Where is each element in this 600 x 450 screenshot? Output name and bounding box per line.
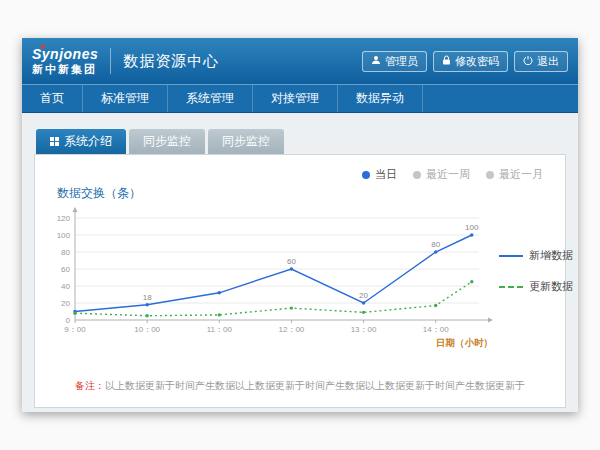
- svg-text:9：00: 9：00: [64, 325, 86, 334]
- legend-item-update-data: 更新数据: [499, 279, 573, 294]
- page-title: 数据资源中心: [123, 52, 219, 71]
- nav-item-system-mgmt[interactable]: 系统管理: [168, 85, 253, 112]
- brand-logo: Synjones 新中新集团: [32, 47, 98, 74]
- filter-last-week-dot-icon: [413, 171, 421, 179]
- logout-button[interactable]: 退出: [514, 51, 568, 72]
- app-header: Synjones 新中新集团 数据资源中心 管理员 修改密码 退出: [22, 38, 578, 84]
- filter-last-month-label: 最近一月: [499, 167, 543, 182]
- filter-today-label: 当日: [375, 167, 397, 182]
- logo-company-text: 新中新集团: [32, 63, 98, 75]
- admin-button-label: 管理员: [385, 54, 418, 69]
- main-nav: 首页 标准管理 系统管理 对接管理 数据异动: [22, 84, 578, 113]
- legend-line-update: [499, 286, 523, 288]
- svg-text:60: 60: [61, 265, 70, 274]
- logout-button-label: 退出: [537, 54, 559, 69]
- svg-text:40: 40: [61, 282, 70, 291]
- nav-item-home[interactable]: 首页: [22, 85, 83, 112]
- footnote-text: 以上数据更新于时间产生数据以上数据更新于时间产生数据以上数据更新于时间产生数据更…: [105, 380, 525, 391]
- chart-panel: 当日 最近一周 最近一月 数据交换（条） 0204060801001209：00…: [34, 154, 566, 408]
- filter-last-month[interactable]: 最近一月: [486, 167, 543, 182]
- app-window: Synjones 新中新集团 数据资源中心 管理员 修改密码 退出: [22, 38, 578, 412]
- svg-text:120: 120: [57, 214, 71, 223]
- y-axis-title: 数据交换（条）: [57, 185, 565, 202]
- power-icon: [523, 55, 533, 67]
- header-divider: [110, 48, 111, 74]
- svg-text:100: 100: [465, 223, 479, 232]
- nav-item-integration-mgmt[interactable]: 对接管理: [253, 85, 338, 112]
- header-actions: 管理员 修改密码 退出: [362, 51, 568, 72]
- svg-text:10：00: 10：00: [134, 325, 160, 334]
- grid-icon: [50, 135, 59, 149]
- chart-row: 0204060801001209：0010：0011：0012：0013：001…: [35, 204, 565, 358]
- svg-text:18: 18: [143, 293, 152, 302]
- filter-last-week[interactable]: 最近一周: [413, 167, 470, 182]
- desktop-background: Synjones 新中新集团 数据资源中心 管理员 修改密码 退出: [0, 0, 600, 450]
- time-filter-legend: 当日 最近一周 最近一月: [362, 167, 543, 182]
- tab-bar: 系统介绍 同步监控 同步监控: [36, 129, 566, 154]
- filter-last-week-label: 最近一周: [426, 167, 470, 182]
- tab-system-intro-label: 系统介绍: [64, 133, 112, 150]
- tab-sync-monitor-2-label: 同步监控: [222, 133, 270, 150]
- svg-text:12：00: 12：00: [279, 325, 305, 334]
- tab-sync-monitor-1[interactable]: 同步监控: [129, 129, 205, 154]
- svg-text:60: 60: [287, 257, 296, 266]
- legend-new-data-label: 新增数据: [529, 248, 573, 263]
- change-password-button[interactable]: 修改密码: [433, 51, 508, 72]
- svg-text:14：00: 14：00: [423, 325, 449, 334]
- filter-last-month-dot-icon: [486, 171, 494, 179]
- footnote-prefix: 备注：: [75, 380, 105, 391]
- legend-item-new-data: 新增数据: [499, 248, 573, 263]
- svg-text:20: 20: [61, 299, 70, 308]
- legend-update-data-label: 更新数据: [529, 279, 573, 294]
- admin-button[interactable]: 管理员: [362, 51, 427, 72]
- line-chart: 0204060801001209：0010：0011：0012：0013：001…: [45, 204, 497, 358]
- user-icon: [371, 55, 381, 67]
- filter-today-dot-icon: [362, 171, 370, 179]
- filter-today[interactable]: 当日: [362, 167, 397, 182]
- legend-line-new: [499, 255, 523, 257]
- svg-text:0: 0: [66, 316, 71, 325]
- change-password-label: 修改密码: [455, 54, 499, 69]
- svg-text:80: 80: [61, 248, 70, 257]
- svg-text:11：00: 11：00: [207, 325, 233, 334]
- svg-text:13：00: 13：00: [351, 325, 377, 334]
- tab-sync-monitor-1-label: 同步监控: [143, 133, 191, 150]
- content-area: 系统介绍 同步监控 同步监控 当日 最近一周: [22, 113, 578, 412]
- svg-text:80: 80: [431, 240, 440, 249]
- svg-text:100: 100: [57, 231, 71, 240]
- nav-item-standard-mgmt[interactable]: 标准管理: [83, 85, 168, 112]
- tab-system-intro[interactable]: 系统介绍: [36, 129, 126, 154]
- footnote: 备注：以上数据更新于时间产生数据以上数据更新于时间产生数据以上数据更新于时间产生…: [35, 379, 565, 393]
- tab-sync-monitor-2[interactable]: 同步监控: [208, 129, 284, 154]
- lock-icon: [442, 55, 451, 67]
- nav-item-data-change[interactable]: 数据异动: [338, 85, 423, 112]
- svg-text:20: 20: [359, 291, 368, 300]
- series-legend: 新增数据 更新数据: [499, 248, 573, 294]
- logo-brand-text: Synjones: [32, 47, 98, 62]
- svg-text:日期（小时）: 日期（小时）: [436, 337, 493, 349]
